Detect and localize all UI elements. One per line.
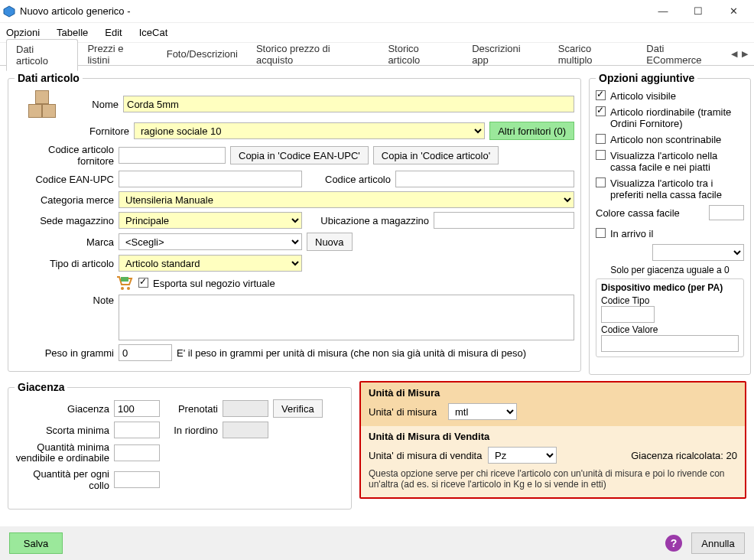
esporta-label: Esporta sul negozio virtuale: [153, 278, 275, 289]
sede-select[interactable]: Principale: [119, 212, 302, 229]
nuova-marca-button[interactable]: Nuova: [307, 233, 353, 251]
riordinabile-checkbox[interactable]: [596, 106, 606, 116]
menu-icecat[interactable]: IceCat: [139, 27, 168, 38]
unita-misura-select[interactable]: mtl: [448, 403, 517, 420]
nome-label: Nome: [73, 99, 119, 110]
tab-prezzi[interactable]: Prezzi e listini: [78, 39, 157, 70]
salva-button[interactable]: Salva: [9, 532, 63, 554]
in-arrivo-checkbox-row[interactable]: In arrivo il: [596, 228, 744, 239]
minimize-button[interactable]: —: [645, 0, 681, 23]
esporta-checkbox[interactable]: [138, 278, 148, 288]
menu-tabelle[interactable]: Tabelle: [57, 27, 88, 38]
riordinabile-label: Articolo riordinabile (tramite Ordini Fo…: [610, 106, 744, 129]
giacenza-input[interactable]: [114, 400, 160, 417]
svg-rect-3: [121, 277, 128, 282]
in-arrivo-checkbox[interactable]: [596, 228, 606, 238]
unita-misura-vendita-legend: Unità di Misura di Vendita: [369, 431, 737, 442]
solo-giacenza-label: Solo per giacenza uguale a 0: [596, 265, 744, 275]
tipo-select[interactable]: Articolo standard: [119, 255, 302, 272]
ean-input[interactable]: [119, 171, 302, 187]
peso-label: Peso in grammi: [15, 347, 114, 359]
unita-misura-vendita-label: Unita' di misura di vendita: [369, 450, 483, 461]
tab-scroll-left-icon[interactable]: ◀: [731, 49, 737, 59]
svg-marker-0: [4, 6, 15, 17]
tab-ecommerce[interactable]: Dati ECommerce: [637, 39, 731, 70]
maximize-button[interactable]: ☐: [681, 0, 716, 23]
menu-edit[interactable]: Edit: [105, 27, 122, 38]
note-label: Note: [15, 295, 114, 306]
cart-icon: [115, 275, 134, 291]
riordinabile-checkbox-row[interactable]: Articolo riordinabile (tramite Ordini Fo…: [596, 106, 744, 129]
colore-input[interactable]: [709, 205, 744, 220]
copia-articolo-button[interactable]: Copia in 'Codice articolo': [373, 146, 499, 164]
in-arrivo-date-select[interactable]: [652, 244, 744, 261]
visibile-checkbox[interactable]: [596, 90, 606, 100]
tab-scroll-right-icon[interactable]: ▶: [742, 49, 748, 59]
qmin-input[interactable]: [114, 444, 160, 461]
tab-scarico-multiplo[interactable]: Scarico multiplo: [549, 39, 638, 70]
verifica-button[interactable]: Verifica: [273, 399, 323, 418]
dispositivo-medico-legend: Dispositivo medico (per PA): [601, 282, 739, 293]
title-bar: Nuovo articolo generico - — ☐ ✕: [0, 0, 754, 23]
qcollo-input[interactable]: [114, 471, 160, 488]
cassa-facile-checkbox-row[interactable]: Visualizza l'articolo nella cassa facile…: [596, 150, 744, 173]
qmin-label: Quantità minima vendibile e ordinabile: [15, 442, 109, 464]
tab-foto[interactable]: Foto/Descrizioni: [158, 44, 247, 63]
non-scontrinabile-checkbox[interactable]: [596, 134, 606, 144]
unita-misura-highlight: Unità di Misura Unita' di misura mtl Uni…: [359, 381, 746, 499]
categoria-select[interactable]: Utensileria Manuale: [119, 191, 574, 208]
prenotati-input: [223, 400, 268, 417]
giacenza-legend: Giacenza: [15, 381, 67, 393]
peso-hint: E' il peso in grammi per unità di misura…: [177, 347, 526, 359]
help-icon[interactable]: ?: [665, 535, 682, 552]
tab-descrizioni-app[interactable]: Descrizioni app: [463, 39, 549, 70]
cassa-facile-label: Visualizza l'articolo nella cassa facile…: [610, 150, 744, 173]
tab-strip: Dati articolo Prezzi e listini Foto/Desc…: [0, 43, 754, 66]
non-scontrinabile-checkbox-row[interactable]: Articolo non scontrinabile: [596, 134, 744, 145]
scorta-input[interactable]: [114, 422, 160, 438]
visibile-checkbox-row[interactable]: Articolo visibile: [596, 90, 744, 102]
note-textarea[interactable]: [119, 295, 574, 340]
tab-dati-articolo[interactable]: Dati articolo: [6, 39, 78, 71]
codice-fornitore-label: Codice articolo fornitore: [15, 144, 114, 167]
altri-fornitori-button[interactable]: Altri fornitori (0): [489, 122, 574, 140]
svg-point-1: [121, 287, 124, 290]
close-window-button[interactable]: ✕: [716, 0, 751, 23]
codice-articolo-input[interactable]: [395, 171, 574, 187]
tab-storico-acquisto[interactable]: Storico prezzo di acquisto: [247, 39, 379, 70]
preferiti-checkbox[interactable]: [596, 177, 606, 187]
colore-label: Colore cassa facile: [596, 207, 704, 219]
menu-opzioni[interactable]: Opzioni: [6, 27, 40, 38]
riordino-input: [223, 422, 268, 438]
tab-storico-articolo[interactable]: Storico articolo: [379, 39, 463, 70]
in-arrivo-label: In arrivo il: [610, 228, 653, 239]
non-scontrinabile-label: Articolo non scontrinabile: [610, 134, 721, 145]
unita-misura-label: Unita' di misura: [369, 406, 444, 418]
marca-select[interactable]: <Scegli>: [119, 233, 302, 250]
window-title: Nuovo articolo generico -: [20, 5, 645, 17]
categoria-label: Categoria merce: [15, 194, 114, 206]
codice-tipo-input[interactable]: [601, 306, 655, 323]
fornitore-select[interactable]: ragione sociale 10: [134, 122, 485, 139]
cassa-facile-checkbox[interactable]: [596, 150, 606, 160]
dati-articolo-legend: Dati articolo: [15, 72, 83, 84]
codice-fornitore-input[interactable]: [119, 147, 226, 164]
unita-misura-vendita-select[interactable]: Pz: [488, 447, 557, 464]
dispositivo-medico-group: Dispositivo medico (per PA) Codice Tipo …: [596, 278, 744, 357]
esporta-checkbox-row[interactable]: Esporta sul negozio virtuale: [138, 278, 275, 289]
giacenza-label: Giacenza: [15, 403, 109, 415]
nome-input[interactable]: [123, 96, 574, 112]
ubicazione-input[interactable]: [434, 212, 574, 229]
preferiti-checkbox-row[interactable]: Visualizza l'articolo tra i preferiti ne…: [596, 177, 744, 200]
codice-valore-input[interactable]: [601, 335, 739, 352]
peso-input[interactable]: [119, 344, 172, 361]
ubicazione-label: Ubicazione a magazzino: [307, 215, 429, 226]
copia-ean-button[interactable]: Copia in 'Codice EAN-UPC': [230, 146, 369, 164]
unita-misura-group: Unità di Misura Unita' di misura mtl: [361, 383, 745, 426]
scorta-label: Scorta minima: [15, 425, 109, 436]
annulla-button[interactable]: Annulla: [691, 532, 745, 554]
giacenza-ricalcolata-label: Giacenza ricalcolata: 20: [631, 450, 737, 461]
footer-bar: Salva ? Annulla: [0, 526, 754, 560]
unita-misura-vendita-group: Unità di Misura di Vendita Unita' di mis…: [361, 426, 745, 497]
giacenza-group: Giacenza Giacenza Prenotati Verifica Sco…: [8, 381, 352, 510]
